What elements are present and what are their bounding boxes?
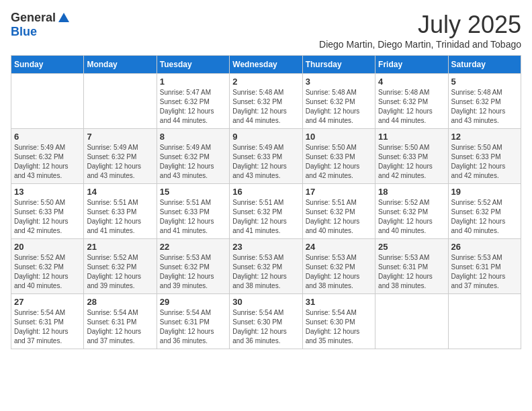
- day-info: Sunrise: 5:54 AM Sunset: 6:31 PM Dayligh…: [87, 308, 153, 346]
- day-number: 11: [378, 132, 445, 142]
- calendar-cell: 21Sunrise: 5:52 AM Sunset: 6:32 PM Dayli…: [84, 239, 157, 294]
- day-header-wednesday: Wednesday: [230, 56, 302, 74]
- calendar-cell: 20Sunrise: 5:52 AM Sunset: 6:32 PM Dayli…: [11, 239, 84, 294]
- week-row-4: 20Sunrise: 5:52 AM Sunset: 6:32 PM Dayli…: [11, 239, 521, 294]
- day-number: 3: [306, 77, 372, 87]
- calendar-cell: [375, 294, 448, 349]
- calendar-cell: 30Sunrise: 5:54 AM Sunset: 6:30 PM Dayli…: [230, 294, 302, 349]
- day-info: Sunrise: 5:54 AM Sunset: 6:31 PM Dayligh…: [160, 308, 226, 346]
- day-number: 9: [232, 132, 299, 142]
- calendar-cell: 6Sunrise: 5:49 AM Sunset: 6:32 PM Daylig…: [11, 129, 84, 184]
- calendar-cell: 3Sunrise: 5:48 AM Sunset: 6:32 PM Daylig…: [302, 74, 375, 129]
- logo-blue-text: Blue: [11, 25, 37, 39]
- calendar-cell: 2Sunrise: 5:48 AM Sunset: 6:32 PM Daylig…: [230, 74, 302, 129]
- calendar-cell: 19Sunrise: 5:52 AM Sunset: 6:32 PM Dayli…: [448, 184, 521, 239]
- day-info: Sunrise: 5:52 AM Sunset: 6:32 PM Dayligh…: [451, 198, 518, 236]
- day-number: 4: [378, 77, 445, 87]
- day-info: Sunrise: 5:53 AM Sunset: 6:32 PM Dayligh…: [306, 253, 372, 291]
- day-number: 8: [160, 132, 226, 142]
- day-number: 24: [306, 242, 372, 252]
- calendar-cell: 18Sunrise: 5:52 AM Sunset: 6:32 PM Dayli…: [375, 184, 448, 239]
- calendar-cell: 22Sunrise: 5:53 AM Sunset: 6:32 PM Dayli…: [157, 239, 229, 294]
- day-number: 19: [451, 187, 518, 197]
- calendar-cell: 9Sunrise: 5:49 AM Sunset: 6:33 PM Daylig…: [230, 129, 302, 184]
- calendar-cell: 5Sunrise: 5:48 AM Sunset: 6:32 PM Daylig…: [448, 74, 521, 129]
- day-info: Sunrise: 5:52 AM Sunset: 6:32 PM Dayligh…: [378, 198, 445, 236]
- calendar-cell: 25Sunrise: 5:53 AM Sunset: 6:31 PM Dayli…: [375, 239, 448, 294]
- calendar-cell: 28Sunrise: 5:54 AM Sunset: 6:31 PM Dayli…: [84, 294, 157, 349]
- day-number: 31: [306, 297, 372, 307]
- day-info: Sunrise: 5:49 AM Sunset: 6:32 PM Dayligh…: [160, 143, 226, 181]
- month-title: July 2025: [319, 11, 521, 39]
- title-area: July 2025 Diego Martin, Diego Martin, Tr…: [319, 11, 521, 50]
- day-number: 5: [451, 77, 518, 87]
- day-info: Sunrise: 5:53 AM Sunset: 6:31 PM Dayligh…: [451, 253, 518, 291]
- day-header-friday: Friday: [375, 56, 448, 74]
- day-number: 16: [232, 187, 299, 197]
- calendar-cell: 16Sunrise: 5:51 AM Sunset: 6:32 PM Dayli…: [230, 184, 302, 239]
- day-info: Sunrise: 5:49 AM Sunset: 6:32 PM Dayligh…: [14, 143, 81, 181]
- calendar-cell: 31Sunrise: 5:54 AM Sunset: 6:30 PM Dayli…: [302, 294, 375, 349]
- logo-general-text: General: [11, 11, 56, 25]
- day-number: 22: [160, 242, 226, 252]
- day-number: 23: [232, 242, 299, 252]
- day-info: Sunrise: 5:48 AM Sunset: 6:32 PM Dayligh…: [451, 88, 518, 126]
- day-number: 20: [14, 242, 81, 252]
- calendar-cell: 13Sunrise: 5:50 AM Sunset: 6:33 PM Dayli…: [11, 184, 84, 239]
- calendar-cell: 27Sunrise: 5:54 AM Sunset: 6:31 PM Dayli…: [11, 294, 84, 349]
- day-number: 6: [14, 132, 81, 142]
- day-number: 25: [378, 242, 445, 252]
- day-info: Sunrise: 5:52 AM Sunset: 6:32 PM Dayligh…: [14, 253, 81, 291]
- day-info: Sunrise: 5:53 AM Sunset: 6:32 PM Dayligh…: [232, 253, 299, 291]
- day-info: Sunrise: 5:49 AM Sunset: 6:32 PM Dayligh…: [87, 143, 153, 181]
- day-number: 7: [87, 132, 153, 142]
- logo-icon: [57, 11, 71, 25]
- day-info: Sunrise: 5:54 AM Sunset: 6:30 PM Dayligh…: [306, 308, 372, 346]
- subtitle: Diego Martin, Diego Martin, Trinidad and…: [319, 39, 521, 50]
- day-number: 21: [87, 242, 153, 252]
- day-header-saturday: Saturday: [448, 56, 521, 74]
- day-number: 12: [451, 132, 518, 142]
- calendar-cell: 1Sunrise: 5:47 AM Sunset: 6:32 PM Daylig…: [157, 74, 229, 129]
- day-info: Sunrise: 5:49 AM Sunset: 6:33 PM Dayligh…: [232, 143, 299, 181]
- logo: General Blue: [11, 11, 71, 39]
- day-info: Sunrise: 5:48 AM Sunset: 6:32 PM Dayligh…: [378, 88, 445, 126]
- day-number: 18: [378, 187, 445, 197]
- day-info: Sunrise: 5:50 AM Sunset: 6:33 PM Dayligh…: [14, 198, 81, 236]
- calendar-cell: 8Sunrise: 5:49 AM Sunset: 6:32 PM Daylig…: [157, 129, 229, 184]
- calendar-cell: [84, 74, 157, 129]
- calendar-cell: [448, 294, 521, 349]
- day-number: 27: [14, 297, 81, 307]
- day-info: Sunrise: 5:48 AM Sunset: 6:32 PM Dayligh…: [232, 88, 299, 126]
- day-info: Sunrise: 5:54 AM Sunset: 6:30 PM Dayligh…: [232, 308, 299, 346]
- day-info: Sunrise: 5:50 AM Sunset: 6:33 PM Dayligh…: [451, 143, 518, 181]
- day-number: 15: [160, 187, 226, 197]
- day-info: Sunrise: 5:51 AM Sunset: 6:32 PM Dayligh…: [232, 198, 299, 236]
- day-header-tuesday: Tuesday: [157, 56, 229, 74]
- day-header-sunday: Sunday: [11, 56, 84, 74]
- calendar-cell: 23Sunrise: 5:53 AM Sunset: 6:32 PM Dayli…: [230, 239, 302, 294]
- day-number: 1: [160, 77, 226, 87]
- week-row-3: 13Sunrise: 5:50 AM Sunset: 6:33 PM Dayli…: [11, 184, 521, 239]
- day-number: 10: [306, 132, 372, 142]
- day-info: Sunrise: 5:51 AM Sunset: 6:33 PM Dayligh…: [160, 198, 226, 236]
- day-number: 17: [306, 187, 372, 197]
- day-info: Sunrise: 5:53 AM Sunset: 6:31 PM Dayligh…: [378, 253, 445, 291]
- days-header-row: SundayMondayTuesdayWednesdayThursdayFrid…: [11, 56, 521, 74]
- day-number: 14: [87, 187, 153, 197]
- day-info: Sunrise: 5:48 AM Sunset: 6:32 PM Dayligh…: [306, 88, 372, 126]
- calendar-cell: 11Sunrise: 5:50 AM Sunset: 6:33 PM Dayli…: [375, 129, 448, 184]
- calendar-cell: 17Sunrise: 5:51 AM Sunset: 6:32 PM Dayli…: [302, 184, 375, 239]
- week-row-5: 27Sunrise: 5:54 AM Sunset: 6:31 PM Dayli…: [11, 294, 521, 349]
- calendar-cell: 10Sunrise: 5:50 AM Sunset: 6:33 PM Dayli…: [302, 129, 375, 184]
- calendar-table: SundayMondayTuesdayWednesdayThursdayFrid…: [11, 55, 521, 349]
- calendar-cell: 14Sunrise: 5:51 AM Sunset: 6:33 PM Dayli…: [84, 184, 157, 239]
- day-number: 13: [14, 187, 81, 197]
- calendar-cell: 24Sunrise: 5:53 AM Sunset: 6:32 PM Dayli…: [302, 239, 375, 294]
- day-number: 29: [160, 297, 226, 307]
- day-number: 30: [232, 297, 299, 307]
- calendar-cell: 26Sunrise: 5:53 AM Sunset: 6:31 PM Dayli…: [448, 239, 521, 294]
- day-header-monday: Monday: [84, 56, 157, 74]
- day-number: 2: [232, 77, 299, 87]
- calendar-cell: 4Sunrise: 5:48 AM Sunset: 6:32 PM Daylig…: [375, 74, 448, 129]
